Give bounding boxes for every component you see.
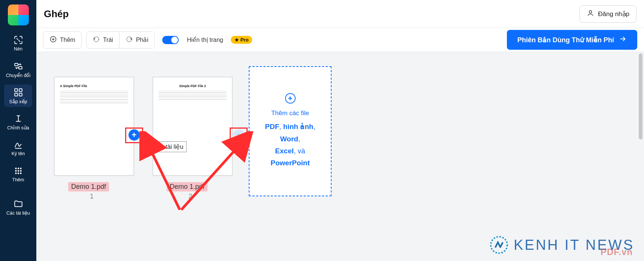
svg-point-13 — [17, 172, 19, 174]
add-button[interactable]: Thêm — [43, 32, 81, 48]
rotate-right-label: Phải — [136, 36, 148, 43]
insert-between-button-1[interactable]: + — [129, 129, 140, 141]
plus-circle-icon: + — [233, 129, 244, 141]
canvas-area: A Simple PDF File Demo 1.pdf 1 Simple PD… — [36, 52, 644, 261]
page-thumbnail-1[interactable]: A Simple PDF File — [54, 77, 134, 176]
svg-point-9 — [15, 170, 16, 172]
add-file-tooltip: thêm tài liệu — [147, 141, 187, 152]
svg-point-14 — [20, 172, 21, 174]
show-pages-toggle[interactable] — [162, 36, 179, 44]
rotate-right-button[interactable]: Phải — [119, 32, 154, 48]
toolbar: Thêm Trái Phải Hiển thị trang ★ Pro Phiê… — [36, 28, 644, 52]
insert-between-button-2[interactable]: + — [233, 129, 244, 141]
svg-point-7 — [17, 168, 19, 169]
preview-title-1: A Simple PDF File — [60, 84, 128, 89]
sidebar-item-more[interactable]: Thêm — [4, 163, 32, 185]
pro-badge: ★ Pro — [231, 36, 253, 44]
svg-point-8 — [20, 168, 21, 169]
dropzone-types: PDF, hình ảnh, Word, Excel, vàPowerPoint — [257, 121, 323, 169]
convert-icon — [13, 61, 23, 71]
svg-point-10 — [17, 170, 19, 172]
dropzone-plus-icon: + — [285, 93, 296, 104]
plus-icon — [49, 36, 57, 44]
svg-rect-3 — [19, 89, 22, 92]
rotate-left-button[interactable]: Trái — [87, 32, 119, 48]
rotate-left-icon — [93, 36, 100, 44]
folder-icon — [13, 199, 23, 209]
toggle-label: Hiển thị trang — [187, 36, 223, 43]
sidebar-item-edit[interactable]: Chỉnh sửa — [4, 111, 32, 133]
file-index-1: 1 — [90, 193, 94, 200]
watermark-icon — [490, 236, 508, 254]
sidebar-item-sign[interactable]: Ký tên — [4, 137, 32, 159]
rotate-right-icon — [126, 36, 133, 44]
star-icon: ★ — [235, 37, 239, 43]
free-trial-button[interactable]: Phiên Bản Dùng Thử Miễn Phí — [507, 30, 637, 50]
svg-point-15 — [589, 10, 592, 13]
vertical-scrollbar[interactable] — [638, 52, 643, 261]
file-name-2: Demo 1.pdf — [167, 182, 208, 191]
scrollbar-thumb[interactable] — [639, 53, 643, 139]
more-icon — [13, 166, 23, 176]
file-index-2: 2 — [188, 193, 192, 200]
login-button[interactable]: Đăng nhập — [580, 5, 637, 23]
watermark-sub: PDF.vn — [601, 247, 633, 257]
add-label: Thêm — [60, 37, 75, 43]
svg-rect-1 — [19, 67, 22, 69]
svg-point-11 — [20, 170, 21, 172]
user-icon — [587, 9, 594, 19]
sign-icon — [13, 140, 23, 150]
svg-point-12 — [15, 172, 16, 174]
organize-icon — [13, 87, 23, 97]
plus-circle-icon: + — [129, 129, 140, 141]
arrow-right-icon — [619, 35, 627, 45]
sidebar-item-documents[interactable]: Các tài liệu — [4, 196, 32, 218]
header: Ghép Đăng nhập — [36, 0, 644, 28]
free-trial-label: Phiên Bản Dùng Thử Miễn Phí — [517, 36, 614, 44]
dropzone-intro: Thêm các file — [271, 110, 309, 117]
sidebar-item-convert[interactable]: Chuyển đổi — [4, 58, 32, 81]
sidebar-item-compress[interactable]: Nén — [4, 32, 32, 55]
page-title: Ghép — [44, 8, 69, 20]
edit-icon — [13, 114, 23, 123]
svg-rect-2 — [15, 89, 18, 92]
preview-lines — [158, 91, 227, 100]
dropzone[interactable]: + Thêm các file PDF, hình ảnh, Word, Exc… — [249, 66, 332, 196]
preview-title-2: Simple PDF File 2 — [158, 84, 227, 89]
rotate-left-label: Trái — [103, 37, 113, 43]
svg-rect-4 — [15, 93, 18, 96]
login-label: Đăng nhập — [598, 10, 629, 18]
svg-rect-5 — [19, 93, 22, 96]
svg-point-6 — [15, 168, 16, 169]
preview-lines — [60, 91, 128, 103]
svg-rect-0 — [15, 63, 18, 66]
app-logo[interactable] — [8, 4, 29, 25]
page-thumbnail-2[interactable]: Simple PDF File 2 — [152, 77, 233, 176]
compress-icon — [13, 35, 23, 45]
file-name-1: Demo 1.pdf — [68, 182, 109, 191]
sidebar: Nén Chuyển đổi Sắp xếp Chỉnh sửa Ký tên — [0, 0, 36, 261]
sidebar-item-organize[interactable]: Sắp xếp — [4, 85, 32, 107]
